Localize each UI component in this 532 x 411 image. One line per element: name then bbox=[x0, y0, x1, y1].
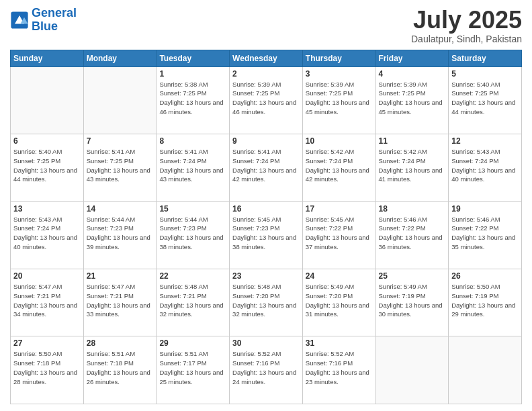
day-info: Sunrise: 5:45 AM Sunset: 7:23 PM Dayligh… bbox=[232, 215, 300, 252]
calendar-cell: 8Sunrise: 5:41 AM Sunset: 7:24 PM Daylig… bbox=[157, 134, 230, 201]
calendar-table: SundayMondayTuesdayWednesdayThursdayFrid… bbox=[10, 50, 522, 404]
calendar-cell bbox=[449, 336, 522, 404]
day-number: 30 bbox=[232, 338, 300, 348]
day-number: 15 bbox=[159, 204, 226, 214]
day-info: Sunrise: 5:50 AM Sunset: 7:18 PM Dayligh… bbox=[13, 349, 81, 386]
calendar-cell: 11Sunrise: 5:42 AM Sunset: 7:24 PM Dayli… bbox=[375, 134, 449, 201]
calendar-cell: 23Sunrise: 5:48 AM Sunset: 7:20 PM Dayli… bbox=[230, 269, 303, 336]
day-number: 1 bbox=[159, 69, 226, 79]
calendar-week-0: 1Sunrise: 5:38 AM Sunset: 7:25 PM Daylig… bbox=[11, 66, 522, 134]
day-number: 10 bbox=[306, 136, 373, 146]
calendar-cell: 9Sunrise: 5:41 AM Sunset: 7:24 PM Daylig… bbox=[230, 134, 303, 201]
day-info: Sunrise: 5:44 AM Sunset: 7:23 PM Dayligh… bbox=[159, 215, 226, 252]
subtitle: Daulatpur, Sindh, Pakistan bbox=[411, 34, 522, 44]
day-info: Sunrise: 5:41 AM Sunset: 7:25 PM Dayligh… bbox=[87, 147, 154, 184]
day-info: Sunrise: 5:46 AM Sunset: 7:22 PM Dayligh… bbox=[451, 215, 519, 252]
day-number: 8 bbox=[159, 136, 226, 146]
day-number: 4 bbox=[379, 69, 446, 79]
logo-icon bbox=[10, 11, 29, 30]
calendar-cell: 14Sunrise: 5:44 AM Sunset: 7:23 PM Dayli… bbox=[83, 201, 157, 269]
day-info: Sunrise: 5:46 AM Sunset: 7:22 PM Dayligh… bbox=[379, 215, 446, 252]
day-info: Sunrise: 5:52 AM Sunset: 7:16 PM Dayligh… bbox=[232, 349, 300, 386]
calendar-header-sunday: Sunday bbox=[11, 50, 84, 66]
calendar-cell: 28Sunrise: 5:51 AM Sunset: 7:18 PM Dayli… bbox=[83, 336, 157, 404]
calendar-cell: 19Sunrise: 5:46 AM Sunset: 7:22 PM Dayli… bbox=[449, 201, 522, 269]
calendar-header-monday: Monday bbox=[83, 50, 157, 66]
calendar-cell: 26Sunrise: 5:50 AM Sunset: 7:19 PM Dayli… bbox=[449, 269, 522, 336]
calendar-cell: 27Sunrise: 5:50 AM Sunset: 7:18 PM Dayli… bbox=[11, 336, 84, 404]
day-info: Sunrise: 5:47 AM Sunset: 7:21 PM Dayligh… bbox=[13, 282, 81, 319]
calendar-cell: 12Sunrise: 5:43 AM Sunset: 7:24 PM Dayli… bbox=[449, 134, 522, 201]
calendar-header-friday: Friday bbox=[375, 50, 449, 66]
day-info: Sunrise: 5:38 AM Sunset: 7:25 PM Dayligh… bbox=[159, 80, 226, 117]
day-number: 5 bbox=[451, 69, 519, 79]
logo-line2: Blue bbox=[32, 19, 58, 33]
calendar-cell: 24Sunrise: 5:49 AM Sunset: 7:20 PM Dayli… bbox=[302, 269, 375, 336]
day-info: Sunrise: 5:41 AM Sunset: 7:24 PM Dayligh… bbox=[159, 147, 226, 184]
day-info: Sunrise: 5:52 AM Sunset: 7:16 PM Dayligh… bbox=[306, 349, 373, 386]
calendar-cell: 7Sunrise: 5:41 AM Sunset: 7:25 PM Daylig… bbox=[83, 134, 157, 201]
day-info: Sunrise: 5:48 AM Sunset: 7:20 PM Dayligh… bbox=[232, 282, 300, 319]
day-number: 25 bbox=[379, 271, 446, 281]
day-number: 2 bbox=[232, 69, 300, 79]
calendar-header-saturday: Saturday bbox=[449, 50, 522, 66]
title-block: July 2025 Daulatpur, Sindh, Pakistan bbox=[411, 7, 522, 44]
calendar-cell: 30Sunrise: 5:52 AM Sunset: 7:16 PM Dayli… bbox=[230, 336, 303, 404]
calendar-cell: 6Sunrise: 5:40 AM Sunset: 7:25 PM Daylig… bbox=[11, 134, 84, 201]
calendar-cell bbox=[375, 336, 449, 404]
day-info: Sunrise: 5:47 AM Sunset: 7:21 PM Dayligh… bbox=[87, 282, 154, 319]
day-number: 11 bbox=[379, 136, 446, 146]
day-number: 26 bbox=[451, 271, 519, 281]
day-info: Sunrise: 5:43 AM Sunset: 7:24 PM Dayligh… bbox=[451, 147, 519, 184]
day-info: Sunrise: 5:44 AM Sunset: 7:23 PM Dayligh… bbox=[87, 215, 154, 252]
day-number: 14 bbox=[87, 204, 154, 214]
calendar-week-1: 6Sunrise: 5:40 AM Sunset: 7:25 PM Daylig… bbox=[11, 134, 522, 201]
day-info: Sunrise: 5:39 AM Sunset: 7:25 PM Dayligh… bbox=[306, 80, 373, 117]
header: General Blue July 2025 Daulatpur, Sindh,… bbox=[10, 7, 522, 44]
day-number: 12 bbox=[451, 136, 519, 146]
day-number: 17 bbox=[306, 204, 373, 214]
day-number: 3 bbox=[306, 69, 373, 79]
calendar-cell: 3Sunrise: 5:39 AM Sunset: 7:25 PM Daylig… bbox=[302, 66, 375, 134]
day-number: 7 bbox=[87, 136, 154, 146]
day-number: 22 bbox=[159, 271, 226, 281]
day-info: Sunrise: 5:45 AM Sunset: 7:22 PM Dayligh… bbox=[306, 215, 373, 252]
calendar-cell: 10Sunrise: 5:42 AM Sunset: 7:24 PM Dayli… bbox=[302, 134, 375, 201]
day-number: 13 bbox=[13, 204, 81, 214]
day-number: 19 bbox=[451, 204, 519, 214]
day-info: Sunrise: 5:50 AM Sunset: 7:19 PM Dayligh… bbox=[451, 282, 519, 319]
day-number: 6 bbox=[13, 136, 81, 146]
calendar-header-tuesday: Tuesday bbox=[157, 50, 230, 66]
calendar-header-thursday: Thursday bbox=[302, 50, 375, 66]
calendar-cell: 2Sunrise: 5:39 AM Sunset: 7:25 PM Daylig… bbox=[230, 66, 303, 134]
logo: General Blue bbox=[10, 7, 77, 34]
day-number: 16 bbox=[232, 204, 300, 214]
day-number: 24 bbox=[306, 271, 373, 281]
calendar-cell: 13Sunrise: 5:43 AM Sunset: 7:24 PM Dayli… bbox=[11, 201, 84, 269]
calendar-cell: 15Sunrise: 5:44 AM Sunset: 7:23 PM Dayli… bbox=[157, 201, 230, 269]
calendar-cell: 16Sunrise: 5:45 AM Sunset: 7:23 PM Dayli… bbox=[230, 201, 303, 269]
day-info: Sunrise: 5:49 AM Sunset: 7:20 PM Dayligh… bbox=[306, 282, 373, 319]
calendar-cell: 1Sunrise: 5:38 AM Sunset: 7:25 PM Daylig… bbox=[157, 66, 230, 134]
calendar-cell: 22Sunrise: 5:48 AM Sunset: 7:21 PM Dayli… bbox=[157, 269, 230, 336]
calendar-cell: 25Sunrise: 5:49 AM Sunset: 7:19 PM Dayli… bbox=[375, 269, 449, 336]
day-info: Sunrise: 5:40 AM Sunset: 7:25 PM Dayligh… bbox=[13, 147, 81, 184]
calendar-cell: 21Sunrise: 5:47 AM Sunset: 7:21 PM Dayli… bbox=[83, 269, 157, 336]
day-info: Sunrise: 5:43 AM Sunset: 7:24 PM Dayligh… bbox=[13, 215, 81, 252]
calendar-cell: 4Sunrise: 5:39 AM Sunset: 7:25 PM Daylig… bbox=[375, 66, 449, 134]
main-title: July 2025 bbox=[411, 7, 522, 34]
calendar-cell: 31Sunrise: 5:52 AM Sunset: 7:16 PM Dayli… bbox=[302, 336, 375, 404]
day-info: Sunrise: 5:51 AM Sunset: 7:17 PM Dayligh… bbox=[159, 349, 226, 386]
calendar-header-wednesday: Wednesday bbox=[230, 50, 303, 66]
day-number: 20 bbox=[13, 271, 81, 281]
day-number: 9 bbox=[232, 136, 300, 146]
day-info: Sunrise: 5:41 AM Sunset: 7:24 PM Dayligh… bbox=[232, 147, 300, 184]
page: General Blue July 2025 Daulatpur, Sindh,… bbox=[0, 0, 532, 411]
day-number: 29 bbox=[159, 338, 226, 348]
day-number: 27 bbox=[13, 338, 81, 348]
calendar-week-3: 20Sunrise: 5:47 AM Sunset: 7:21 PM Dayli… bbox=[11, 269, 522, 336]
calendar-week-4: 27Sunrise: 5:50 AM Sunset: 7:18 PM Dayli… bbox=[11, 336, 522, 404]
day-number: 23 bbox=[232, 271, 300, 281]
calendar-header-row: SundayMondayTuesdayWednesdayThursdayFrid… bbox=[11, 50, 522, 66]
calendar-cell bbox=[11, 66, 84, 134]
